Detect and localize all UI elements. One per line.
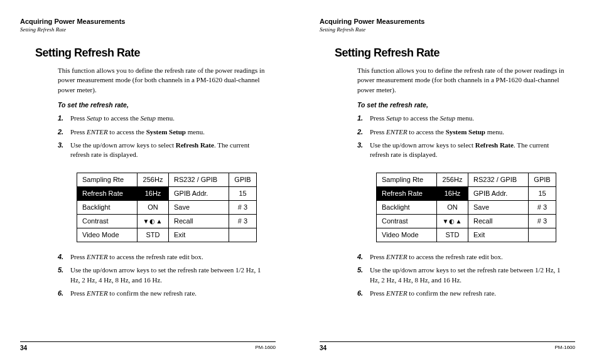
section-title: Setting Refresh Rate xyxy=(35,46,276,60)
cell: Video Mode xyxy=(77,228,138,242)
menu-table: Sampling Rte 256Hz RS232 / GPIB GPIB Ref… xyxy=(376,173,575,242)
table-row: Contrast ▼◐▲ Recall # 3 xyxy=(377,214,556,228)
contrast-icons: ▼◐▲ xyxy=(437,214,468,228)
running-head-chapter: Acquiring Power Measurements xyxy=(20,18,276,25)
cell: Sampling Rte xyxy=(77,173,138,186)
running-head-section: Setting Refresh Rate xyxy=(320,26,575,33)
menu-table: Sampling Rte 256Hz RS232 / GPIB GPIB Ref… xyxy=(77,173,276,242)
step-4: 4.Press ENTER to access the refresh rate… xyxy=(58,252,269,262)
model-label: PM-1600 xyxy=(256,345,276,351)
cell xyxy=(229,228,257,242)
page-left: Acquiring Power Measurements Setting Ref… xyxy=(0,0,300,364)
table-row: Video Mode STD Exit xyxy=(377,228,556,242)
cell: Contrast xyxy=(77,214,138,228)
model-label: PM-1600 xyxy=(555,345,575,351)
table-row: Backlight ON Save # 3 xyxy=(77,200,257,214)
step-2: 2.Press ENTER to access the System Setup… xyxy=(58,127,269,137)
step-num: 5. xyxy=(58,265,63,275)
table-row-selected: Refresh Rate 16Hz GPIB Addr. 15 xyxy=(377,186,556,200)
cell: Contrast xyxy=(377,214,437,228)
steps-list-cont: 4.Press ENTER to access the refresh rate… xyxy=(58,252,269,302)
section-title: Setting Refresh Rate xyxy=(335,46,575,60)
step-6: 6.Press ENTER to confirm the new refresh… xyxy=(58,289,269,298)
cell: Backlight xyxy=(377,200,437,214)
cell: Refresh Rate xyxy=(77,186,138,200)
contrast-icons: ▼◐▲ xyxy=(138,214,169,228)
cell: 15 xyxy=(229,186,257,200)
step-2: 2.Press ENTER to access the System Setup… xyxy=(357,127,569,137)
procedure-title: To set the refresh rate, xyxy=(58,101,276,109)
procedure-title: To set the refresh rate, xyxy=(357,101,575,109)
step-1: 1.Press Setup to access the Setup menu. xyxy=(58,114,269,123)
page-footer: 34 PM-1600 xyxy=(20,341,276,351)
cell: STD xyxy=(437,228,468,242)
step-num: 1. xyxy=(357,114,363,123)
cell: GPIB xyxy=(529,173,556,186)
step-5: 5.Use the up/down arrow keys to set the … xyxy=(58,265,269,285)
step-num: 3. xyxy=(357,141,363,150)
step-3: 3.Use the up/down arrow keys to select R… xyxy=(357,141,569,160)
cell: 16Hz xyxy=(437,186,468,200)
cell: # 3 xyxy=(229,200,257,214)
cell: 15 xyxy=(529,186,556,200)
cell: ON xyxy=(437,200,468,214)
steps-list: 1.Press Setup to access the Setup menu. … xyxy=(357,114,569,164)
step-num: 1. xyxy=(58,114,63,123)
cell: # 3 xyxy=(529,200,556,214)
cell: Recall xyxy=(468,214,529,228)
cell: Exit xyxy=(169,228,229,242)
table-row: Video Mode STD Exit xyxy=(77,228,257,242)
step-num: 6. xyxy=(58,289,63,298)
cell xyxy=(529,228,556,242)
page-number: 34 xyxy=(20,345,27,351)
table-row: Backlight ON Save # 3 xyxy=(377,200,556,214)
step-num: 6. xyxy=(357,289,363,298)
running-head-chapter: Acquiring Power Measurements xyxy=(320,18,575,25)
cell: 256Hz xyxy=(138,173,169,186)
step-num: 2. xyxy=(58,127,63,137)
intro-paragraph: This function allows you to define the r… xyxy=(357,66,569,95)
cell: Refresh Rate xyxy=(377,186,437,200)
table-row: Contrast ▼◐▲ Recall # 3 xyxy=(77,214,257,228)
cell: Video Mode xyxy=(377,228,437,242)
cell: Recall xyxy=(169,214,229,228)
cell: STD xyxy=(138,228,169,242)
cell: GPIB Addr. xyxy=(169,186,229,200)
step-4: 4.Press ENTER to access the refresh rate… xyxy=(357,252,569,262)
cell: ON xyxy=(138,200,169,214)
step-3: 3.Use the up/down arrow keys to select R… xyxy=(58,141,269,160)
cell: # 3 xyxy=(229,214,257,228)
steps-list: 1.Press Setup to access the Setup menu. … xyxy=(58,114,269,164)
page-footer: 34 PM-1600 xyxy=(320,341,575,351)
running-head-section: Setting Refresh Rate xyxy=(20,26,276,33)
cell: # 3 xyxy=(529,214,556,228)
step-5: 5.Use the up/down arrow keys to set the … xyxy=(357,265,569,285)
cell: RS232 / GPIB xyxy=(468,173,529,186)
cell: GPIB xyxy=(229,173,257,186)
step-1: 1.Press Setup to access the Setup menu. xyxy=(357,114,569,123)
table-row: Sampling Rte 256Hz RS232 / GPIB GPIB xyxy=(77,173,257,186)
cell: 256Hz xyxy=(437,173,468,186)
cell: Save xyxy=(468,200,529,214)
cell: RS232 / GPIB xyxy=(169,173,229,186)
cell: 16Hz xyxy=(138,186,169,200)
intro-paragraph: This function allows you to define the r… xyxy=(58,66,269,95)
step-num: 5. xyxy=(357,265,363,275)
step-num: 2. xyxy=(357,127,363,137)
step-num: 4. xyxy=(357,252,363,262)
cell: Sampling Rte xyxy=(377,173,437,186)
cell: Exit xyxy=(468,228,529,242)
page-right: Acquiring Power Measurements Setting Ref… xyxy=(300,0,599,364)
step-num: 4. xyxy=(58,252,63,262)
table-row-selected: Refresh Rate 16Hz GPIB Addr. 15 xyxy=(77,186,257,200)
steps-list-cont: 4.Press ENTER to access the refresh rate… xyxy=(357,252,569,302)
table-row: Sampling Rte 256Hz RS232 / GPIB GPIB xyxy=(377,173,556,186)
step-num: 3. xyxy=(58,141,63,150)
cell: GPIB Addr. xyxy=(468,186,529,200)
step-6: 6.Press ENTER to confirm the new refresh… xyxy=(357,289,569,298)
cell: Backlight xyxy=(77,200,138,214)
page-number: 34 xyxy=(320,345,326,351)
cell: Save xyxy=(169,200,229,214)
